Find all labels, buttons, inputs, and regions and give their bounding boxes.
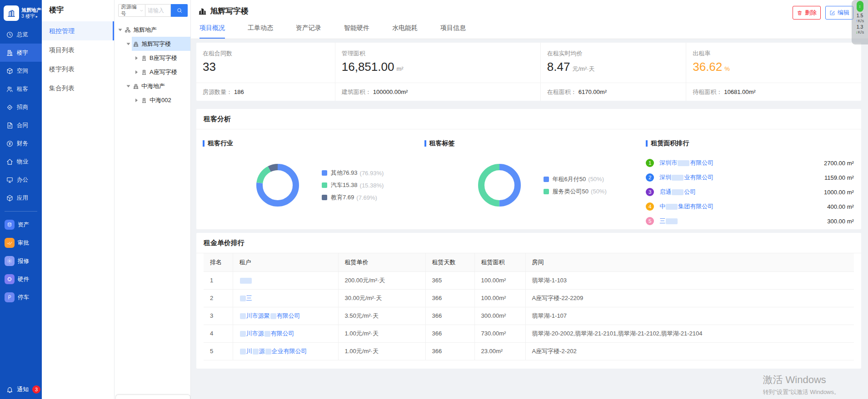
company-link[interactable]: 启通公司 xyxy=(659,188,819,196)
sidebar-app-3[interactable]: 报修 xyxy=(0,252,42,270)
rent-col-header-6: 房间 xyxy=(525,253,854,271)
approval-icon xyxy=(6,240,13,246)
company-link[interactable]: 中集团有限公司 xyxy=(659,202,823,211)
main-header: 旭辉写字楼 删除 编辑 项目概况工单动态资产记录智能硬件水电能耗项目信息 xyxy=(191,0,868,39)
sidebar-item-9[interactable]: 办公 xyxy=(0,171,42,189)
redacted-text xyxy=(240,278,252,284)
notice-badge: 3 xyxy=(32,385,40,394)
cell-rank: 5 xyxy=(204,342,233,360)
app-root: 旭辉地产 3 楼宇▸ 总览楼宇空间租客招商合同财务物业办公应用 资产审批报修硬件… xyxy=(0,0,868,399)
menu-item-2[interactable]: 项目列表 xyxy=(42,40,114,59)
sidebar-item-8[interactable]: 物业 xyxy=(0,153,42,171)
tab-1[interactable]: 项目概况 xyxy=(200,24,225,39)
caret-icon[interactable] xyxy=(127,43,130,45)
tab-2[interactable]: 工单动态 xyxy=(248,24,273,39)
company-link[interactable]: 三 xyxy=(659,217,823,225)
caret-icon[interactable] xyxy=(127,85,130,87)
redacted-text xyxy=(270,313,276,319)
search-icon xyxy=(176,7,183,14)
tab-3[interactable]: 资产记录 xyxy=(296,24,321,39)
menu-item-3[interactable]: 楼宇列表 xyxy=(42,59,114,79)
tab-bar: 项目概况工单动态资产记录智能硬件水电能耗项目信息 xyxy=(200,24,489,39)
tenant-link[interactable]: 川源企业有限公司 xyxy=(239,348,307,355)
hardware-icon xyxy=(6,276,13,282)
sidebar-nav: 总览楼宇空间租客招商合同财务物业办公应用 xyxy=(0,25,42,207)
sidebar-app-2[interactable]: 审批 xyxy=(0,234,42,252)
tab-4[interactable]: 智能硬件 xyxy=(344,24,369,39)
menu-item-4[interactable]: 集合列表 xyxy=(42,79,114,98)
edit-button[interactable]: 编辑 xyxy=(825,6,853,20)
trash-icon xyxy=(797,10,803,16)
sidebar-app-5[interactable]: 停车 xyxy=(0,288,42,306)
caret-icon[interactable] xyxy=(135,70,138,74)
area-rank-row: 5三300.00 m² xyxy=(646,214,854,228)
stat-card-2: 管理面积16,851.00m² xyxy=(335,43,541,83)
tenant-link[interactable]: 川市源有限公司 xyxy=(239,330,294,337)
company-link[interactable]: 深圳市有限公司 xyxy=(659,159,819,167)
tab-5[interactable]: 水电能耗 xyxy=(392,24,418,39)
parking-icon xyxy=(6,294,13,300)
tree-node-4[interactable]: A座写字楼 xyxy=(115,65,190,79)
sidebar-item-3[interactable]: 空间 xyxy=(0,62,42,80)
cell-area: 23.00m² xyxy=(474,342,525,360)
sidebar-divider xyxy=(5,211,37,212)
contract-icon xyxy=(6,122,14,129)
building-icon xyxy=(6,49,14,57)
search-input[interactable] xyxy=(145,4,171,17)
rank-badge: 3 xyxy=(646,188,654,196)
buildings-logo-icon xyxy=(6,8,16,18)
sidebar-item-6[interactable]: 合同 xyxy=(0,116,42,134)
redacted-text xyxy=(240,296,246,301)
menu-item-1[interactable]: 租控管理 xyxy=(42,21,114,40)
company-link[interactable]: 深圳业有限公司 xyxy=(659,173,820,182)
tower-icon xyxy=(141,97,147,103)
sidebar-item-1[interactable]: 总览 xyxy=(0,25,42,44)
tree-node-2[interactable]: 旭辉写字楼 xyxy=(115,37,190,51)
rent-ranking-title: 租金单价排行 xyxy=(196,233,861,253)
tags-chart-title: 租客标签 xyxy=(424,139,640,148)
cell-rank: 1 xyxy=(204,271,233,289)
caret-icon[interactable] xyxy=(135,99,138,102)
office-icon xyxy=(6,176,14,184)
tags-donut-chart xyxy=(475,161,524,209)
stat-card-4: 出租率36.62% xyxy=(686,43,861,83)
sidebar-apps: 资产审批报修硬件停车 xyxy=(0,216,42,306)
sidebar-item-4[interactable]: 租客 xyxy=(0,80,42,98)
tree-node-5[interactable]: 中海地产 xyxy=(115,79,190,93)
tree-node-6[interactable]: 中海002 xyxy=(115,93,190,107)
tenant-link[interactable]: 三 xyxy=(239,295,252,301)
tree-node-3[interactable]: B座写字楼 xyxy=(115,51,190,65)
tree-node-1[interactable]: 旭辉地产 xyxy=(115,23,190,37)
tenant-link[interactable] xyxy=(239,277,252,284)
search-category-select[interactable]: 房源编号 xyxy=(118,4,145,17)
edit-icon xyxy=(829,10,835,16)
rank-area-value: 400.00 m² xyxy=(827,203,854,210)
delete-button[interactable]: 删除 xyxy=(793,6,821,20)
assets-icon xyxy=(6,222,13,228)
sidebar-item-notice[interactable]: 通知 3 xyxy=(0,385,42,394)
legend-item: 年租6月付50(50%) xyxy=(544,175,607,183)
rent-col-header-4: 租赁天数 xyxy=(425,253,474,271)
cell-rank: 2 xyxy=(204,289,233,307)
caret-icon[interactable] xyxy=(135,56,138,60)
caret-icon[interactable] xyxy=(119,29,122,31)
tenant-tags-section: 租客标签 年租6月付50(50%)服务类公司50(50%) xyxy=(418,129,640,228)
org-icon xyxy=(125,27,131,33)
sidebar-item-5[interactable]: 招商 xyxy=(0,98,42,116)
tree-scrollbar[interactable] xyxy=(115,394,190,399)
network-speed-widget[interactable]: ↕ 1.5 ↑K/s 1.3 ↓K/s xyxy=(852,0,868,44)
sidebar-item-2[interactable]: 楼宇 xyxy=(0,44,42,62)
net-status-icon: ↕ xyxy=(857,1,863,12)
tenant-icon xyxy=(6,85,14,93)
sidebar-item-10[interactable]: 应用 xyxy=(0,189,42,207)
sidebar-app-4[interactable]: 硬件 xyxy=(0,270,42,288)
tab-6[interactable]: 项目信息 xyxy=(440,24,466,39)
sidebar-app-1[interactable]: 资产 xyxy=(0,216,42,234)
brand-logo[interactable]: 旭辉地产 3 楼宇▸ xyxy=(0,0,42,25)
tenant-link[interactable]: 川市源聚有限公司 xyxy=(239,312,300,319)
search-button[interactable] xyxy=(171,4,188,17)
rent-table-row: 3川市源聚有限公司3.50元/m²·天366300.00m²翡翠湖-1-107 xyxy=(204,307,854,325)
redacted-text xyxy=(240,331,246,337)
industry-legend: 其他76.93(76.93%)汽车15.38(15.38%)教育7.69(7.6… xyxy=(322,165,384,206)
sidebar-item-7[interactable]: 财务 xyxy=(0,134,42,153)
